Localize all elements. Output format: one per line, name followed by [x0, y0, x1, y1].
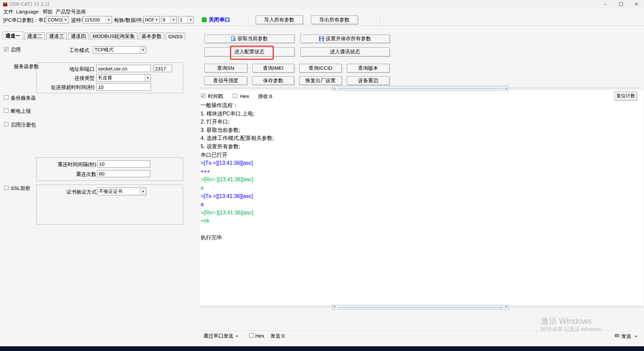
- log-line: 5. 设置所有参数;: [201, 143, 640, 151]
- floppy-disk-icon: [319, 36, 324, 41]
- databits-value: 8: [161, 17, 170, 22]
- titlebar: USR-CAT1 V1.2.11 – ✕: [0, 0, 644, 8]
- recv-hex-checkbox[interactable]: [233, 94, 237, 98]
- reboot-button[interactable]: 设备重启: [347, 76, 389, 85]
- collapse-down-icon[interactable]: ▼: [504, 306, 508, 309]
- chevron-down-icon: ▼: [140, 47, 146, 53]
- set-save-params-button[interactable]: 设置并保存所有参数: [300, 35, 390, 43]
- com-port-value: COM10: [46, 17, 62, 22]
- log-line: 4. 选择工作模式,配置相关参数;: [201, 134, 640, 143]
- log-line: 一般操作流程：: [201, 101, 640, 110]
- tab-gnss[interactable]: GNSS: [166, 33, 185, 40]
- collapse-up-icon[interactable]: ▲: [504, 87, 508, 90]
- enter-config-button[interactable]: 进入配置状态: [204, 47, 294, 56]
- query-signal-button[interactable]: 查信号强度: [204, 76, 247, 85]
- menu-product-model[interactable]: 产品型号选择: [56, 9, 86, 15]
- minimize-button[interactable]: –: [598, 0, 613, 8]
- factory-reset-label: 恢复出厂设置: [306, 78, 336, 84]
- reconnect-times-input[interactable]: [97, 170, 150, 177]
- reconnect-interval-input[interactable]: [97, 160, 150, 167]
- address-input[interactable]: [96, 65, 151, 72]
- ssl-checkbox[interactable]: [4, 186, 8, 190]
- cert-verify-value: 不验证证书: [98, 189, 140, 195]
- chevron-down-icon[interactable]: ▼: [235, 335, 238, 338]
- maximize-icon: [619, 2, 623, 6]
- query-version-button[interactable]: 查询版本: [347, 64, 389, 72]
- port-input[interactable]: [153, 65, 172, 72]
- query-signal-label: 查信号强度: [213, 78, 238, 84]
- backup-server-checkbox[interactable]: [4, 95, 8, 100]
- power-report-label: 断电上报: [11, 108, 31, 114]
- reconnect-times-label: 重连次数: [47, 171, 96, 178]
- short-timeout-label: 短连接超时时间(秒): [40, 84, 95, 91]
- reboot-label: 设备重启: [358, 78, 378, 84]
- query-imei-button[interactable]: 查询IMEI: [252, 64, 294, 72]
- reg-packet-checkbox[interactable]: [4, 122, 8, 127]
- export-params-button[interactable]: 导出所有参数: [311, 15, 358, 24]
- log-output: 一般操作流程：1. 模块连PC串口,上电;2. 打开串口;3. 获取当前参数;4…: [201, 101, 640, 242]
- tabbar-baseline: [3, 39, 161, 39]
- window-title: USR-CAT1 V1.2.11: [9, 1, 50, 7]
- ssl-label: SSL加密: [11, 185, 30, 192]
- menu-language[interactable]: Language: [16, 9, 39, 15]
- parity-label: 检验/数据/停止: [114, 17, 147, 23]
- send-via-serial-button[interactable]: 通过串口发送: [203, 333, 233, 339]
- import-params-button[interactable]: 导入所有参数: [256, 15, 303, 24]
- sent-count: 发送:0: [270, 333, 285, 339]
- com-port-select[interactable]: COM10 ▼: [46, 16, 69, 23]
- doc-magnifier-icon: [231, 36, 236, 41]
- splitter-handle-top[interactable]: ▲ ▲: [332, 86, 508, 90]
- query-iccid-button[interactable]: 查询ICCID: [299, 64, 342, 72]
- log-line: >[Rx<-][13:41:36][asc]: [201, 176, 640, 184]
- stopbits-select[interactable]: 1 ▼: [178, 16, 194, 23]
- close-port-button[interactable]: 关闭串口: [209, 16, 230, 23]
- menu-file[interactable]: 文件: [3, 9, 13, 15]
- log-line: a: [201, 200, 640, 209]
- enter-comm-button[interactable]: 进入通讯状态: [300, 47, 390, 56]
- query-sn-label: 查询SN: [217, 65, 234, 71]
- reconnect-interval-label: 重连时间间隔(秒): [47, 161, 96, 168]
- short-timeout-input[interactable]: [96, 83, 151, 91]
- baud-select[interactable]: 115200 ▼: [83, 16, 112, 23]
- port-open-indicator-icon: [202, 17, 207, 22]
- databits-select[interactable]: 8 ▼: [161, 16, 177, 23]
- log-line: 2. 打开串口;: [201, 118, 640, 126]
- factory-reset-button[interactable]: 恢复出厂设置: [299, 76, 342, 85]
- maximize-button[interactable]: [613, 0, 629, 8]
- app-window: USR-CAT1 V1.2.11 – ✕ 文件 Language 帮助 产品型号…: [0, 0, 644, 351]
- timestamp-checkbox[interactable]: ✓: [201, 94, 205, 98]
- work-mode-value: TCP模式: [93, 47, 140, 53]
- splitter-dots: [338, 88, 503, 89]
- cert-verify-select[interactable]: 不验证证书 ▼: [97, 188, 146, 195]
- log-line: >[Rx<-][13:41:36][asc]: [201, 209, 640, 217]
- menu-help[interactable]: 帮助: [43, 9, 53, 15]
- send-hex-checkbox[interactable]: [249, 333, 254, 338]
- collapse-up-icon[interactable]: ▲: [332, 87, 337, 90]
- work-mode-select[interactable]: TCP模式 ▼: [93, 46, 146, 54]
- activate-windows-watermark: 激活 Windows: [541, 316, 592, 327]
- send-icon: [614, 333, 620, 339]
- log-line: 1. 模块连PC串口,上电;: [201, 110, 640, 118]
- enable-label: 启用: [11, 47, 21, 53]
- parity-select[interactable]: NONI ▼: [143, 16, 160, 23]
- query-sn-button[interactable]: 查询SN: [204, 64, 247, 72]
- save-params-button[interactable]: 保存参数: [252, 76, 294, 85]
- send-button[interactable]: 发送: [621, 333, 631, 340]
- splitter-dots: [338, 307, 503, 308]
- chevron-down-icon[interactable]: ▼: [635, 335, 638, 338]
- log-line: a: [201, 184, 640, 192]
- log-line: [201, 225, 640, 234]
- get-params-button[interactable]: 获取当前参数: [204, 35, 294, 43]
- reset-count-button[interactable]: 复位计数: [614, 92, 637, 100]
- save-params-label: 保存参数: [263, 78, 283, 84]
- splitter-handle-bottom[interactable]: ▼ ▼: [332, 305, 508, 309]
- close-button[interactable]: ✕: [629, 0, 644, 8]
- log-line: 3. 获取当前参数;: [201, 126, 640, 135]
- power-report-checkbox[interactable]: [4, 108, 8, 113]
- recv-count: 接收:6: [258, 93, 272, 100]
- conn-type-select[interactable]: 长连接 ▼: [96, 74, 151, 82]
- log-line: >[Tx->][13:41:36][asc]: [201, 192, 640, 201]
- collapse-down-icon[interactable]: ▼: [332, 306, 337, 309]
- chevron-down-icon: ▼: [106, 16, 112, 23]
- enable-checkbox[interactable]: ✓: [4, 47, 8, 51]
